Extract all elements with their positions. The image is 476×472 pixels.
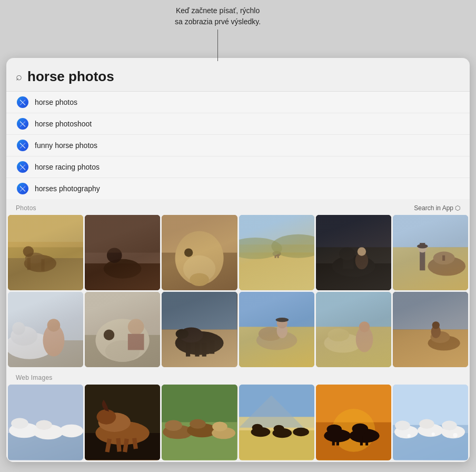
photo-thumb-9[interactable]	[239, 292, 314, 367]
svg-point-4	[25, 253, 45, 263]
search-in-app-link[interactable]: Search in App ⬡	[414, 204, 460, 212]
search-query[interactable]: horse photos	[27, 68, 460, 85]
suggestion-label-0: horse photos	[35, 98, 77, 106]
svg-rect-45	[8, 292, 83, 367]
svg-rect-22	[239, 244, 314, 255]
photo-thumb-1[interactable]	[85, 215, 160, 290]
svg-rect-20	[239, 215, 314, 253]
safari-icon-0	[17, 96, 28, 108]
svg-rect-76	[316, 327, 391, 368]
photo-thumb-8[interactable]	[162, 292, 237, 367]
svg-rect-40	[442, 255, 445, 261]
svg-rect-25	[277, 254, 279, 258]
svg-rect-58	[128, 334, 144, 350]
photo-thumb-6[interactable]	[8, 292, 83, 367]
svg-rect-59	[162, 292, 237, 330]
search-in-app-label: Search in App	[414, 204, 453, 212]
svg-rect-46	[8, 340, 83, 367]
svg-rect-1	[8, 258, 83, 290]
svg-point-19	[190, 273, 210, 286]
svg-rect-75	[316, 292, 391, 327]
suggestion-label-3: horse racing photos	[35, 163, 100, 171]
svg-point-48	[11, 327, 37, 346]
photo-thumb-3[interactable]	[239, 215, 314, 290]
svg-point-78	[328, 329, 349, 342]
svg-rect-36	[393, 215, 468, 247]
svg-point-26	[239, 238, 282, 259]
svg-rect-82	[393, 330, 468, 368]
svg-point-47	[8, 332, 54, 359]
suggestion-label-1: horse photoshoot	[35, 120, 92, 128]
photo-thumb-7[interactable]	[85, 292, 160, 367]
svg-point-33	[355, 252, 368, 270]
svg-point-77	[324, 333, 362, 353]
tooltip: Keď začnete písať, rýchlo sa zobrazia pr…	[175, 5, 261, 61]
svg-point-62	[180, 328, 203, 343]
svg-point-85	[431, 326, 440, 339]
suggestion-item-4[interactable]: horses photography	[6, 178, 470, 199]
tooltip-line1: Keď začnete písať, rýchlo	[175, 5, 261, 16]
photo-thumb-10[interactable]	[316, 292, 391, 367]
svg-rect-6	[41, 259, 44, 271]
svg-rect-44	[420, 243, 425, 247]
svg-rect-31	[343, 255, 353, 269]
svg-point-94	[60, 425, 83, 438]
svg-rect-63	[186, 343, 190, 357]
svg-rect-66	[210, 340, 214, 354]
svg-rect-104	[162, 385, 237, 422]
web-thumb-5[interactable]	[393, 385, 468, 460]
svg-point-61	[175, 331, 224, 355]
svg-point-51	[47, 319, 61, 332]
photo-thumb-4[interactable]	[316, 215, 391, 290]
svg-point-125	[326, 425, 342, 434]
svg-point-107	[165, 420, 182, 431]
svg-point-49	[12, 322, 25, 335]
svg-point-72	[276, 323, 287, 338]
svg-rect-2	[8, 247, 83, 258]
suggestion-item-2[interactable]: funny horse photos	[6, 135, 470, 156]
web-thumb-0[interactable]	[8, 385, 83, 460]
svg-point-39	[433, 252, 455, 265]
photo-thumb-2[interactable]	[162, 215, 237, 290]
svg-point-84	[430, 331, 450, 343]
photos-section-header: Photos Search in App ⬡	[6, 199, 470, 215]
photo-thumb-0[interactable]	[8, 215, 83, 290]
svg-rect-69	[239, 327, 314, 368]
suggestion-item-3[interactable]: horse racing photos	[6, 156, 470, 178]
photos-grid	[6, 215, 470, 369]
svg-point-143	[453, 433, 457, 437]
svg-point-50	[43, 324, 64, 357]
svg-rect-0	[8, 215, 83, 290]
svg-point-142	[431, 432, 434, 436]
svg-point-27	[271, 234, 314, 258]
search-bar[interactable]: ⌕ horse photos	[6, 64, 470, 91]
svg-point-34	[357, 247, 365, 255]
svg-rect-10	[85, 263, 160, 290]
suggestion-item-1[interactable]: horse photoshoot	[6, 113, 470, 135]
svg-point-99	[97, 409, 116, 425]
suggestion-item-0[interactable]: horse photos	[6, 92, 470, 113]
safari-icon-4	[17, 183, 28, 194]
svg-rect-29	[316, 263, 391, 290]
external-link-icon: ⬡	[455, 204, 460, 212]
tooltip-line2: sa zobrazia prvé výsledky.	[175, 16, 261, 27]
svg-point-136	[395, 421, 410, 430]
svg-point-127	[352, 424, 368, 434]
svg-point-32	[339, 247, 355, 260]
web-thumb-3[interactable]	[239, 385, 314, 460]
svg-point-42	[418, 244, 427, 252]
svg-rect-37	[393, 247, 468, 290]
safari-icon-1	[17, 118, 28, 130]
svg-rect-15	[162, 253, 237, 291]
svg-rect-35	[316, 215, 391, 247]
svg-rect-21	[239, 253, 314, 291]
photo-thumb-11[interactable]	[393, 292, 468, 367]
svg-point-120	[293, 428, 309, 436]
web-thumb-4[interactable]	[316, 385, 391, 460]
photo-thumb-5[interactable]	[393, 215, 468, 290]
web-thumb-2[interactable]	[162, 385, 237, 460]
web-thumb-1[interactable]	[85, 385, 160, 460]
search-panel: ⌕ horse photos horse photos horse photos…	[6, 58, 470, 462]
svg-point-138	[419, 419, 434, 429]
svg-point-93	[36, 420, 52, 430]
